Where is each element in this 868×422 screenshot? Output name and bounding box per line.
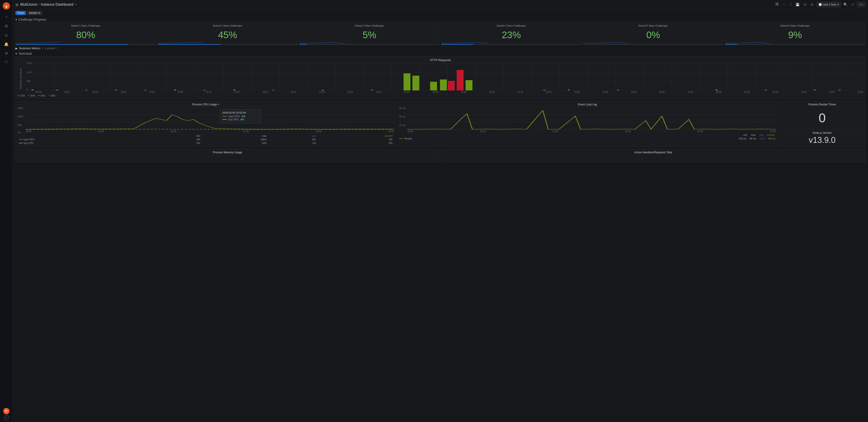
compass-icon[interactable]: ◎ [2,31,10,39]
loop-x-1010: 10:10 [480,130,486,133]
challenge-bar-fill [725,44,738,45]
search-button[interactable]: 🔍 [842,2,849,7]
avatar[interactable]: H [3,408,9,414]
star-button[interactable]: ☆ [781,2,787,7]
cpu-y-0: 0% [18,131,21,134]
svg-rect-42 [86,90,87,90]
grid-icon[interactable]: ⊞ [2,22,10,30]
challenge-progress-section-header[interactable]: ▾ Challenge Progress [16,17,865,22]
table-row: Sys CPU 0% 10% 1% 0% [18,141,394,145]
svg-rect-61 [716,89,718,90]
sys-cpu-max: 10% [202,141,268,145]
monitor-button[interactable]: 🖥 [809,2,815,7]
shield-icon[interactable]: 🛡 [2,58,10,66]
x-label-1048: 10:48 [744,91,750,93]
time-range-label: Last 1 hour [823,3,836,6]
user-cpu-legend-color [19,139,23,140]
loop-stat-avg: 5 ms [760,137,765,140]
gear-icon[interactable]: ⚙ [2,49,10,57]
user-cpu-avg: 8% [268,138,317,141]
x-label-1014: 10:14 [262,91,268,93]
technical-label: Technical [19,52,32,55]
x-label-1024: 10:24 [404,91,410,93]
challenge-bar-bg [158,44,298,45]
legend-3xx-label: 3XX [30,94,35,97]
event-loop-title: Event Loop Lag [399,103,776,106]
x-label-1042: 10:42 [659,91,665,93]
loop-x-1000: 10:00 [407,130,413,133]
tag-chevron-icon: ✕ [38,11,40,14]
challenge-bar-bg [583,44,723,45]
legend-4xx-color [38,95,40,96]
x-label-1044: 10:44 [687,91,693,93]
memory-panel: Process Memory Usage [16,149,440,162]
svg-rect-48 [430,82,437,90]
svg-rect-45 [174,89,176,90]
challenge-bar-bg [300,44,439,45]
share-button[interactable]: ⤴ [788,2,793,7]
svg-rect-54 [234,89,236,90]
app-logo[interactable]: 🔥 [2,2,10,10]
user-cpu-min: 0% [152,138,202,141]
y-label-1.5k: 1.5 K [27,62,32,64]
svg-rect-46 [404,73,410,90]
loop-stat-current: 488 μs [768,137,776,140]
refresh-interval-badge[interactable]: 10s [857,2,865,7]
refresh-button[interactable]: ↺ [850,2,856,7]
svg-rect-60 [617,90,619,90]
plus-icon[interactable]: ＋ [2,13,10,21]
team-tag-value[interactable]: heroku ✕ [27,11,42,15]
http-legend: 2XX 3XX 4XX 5XX [18,94,863,97]
http-requests-svg [27,63,863,90]
sys-cpu-label: Sys CPU [23,142,34,145]
sys-cpu-legend-cell: Sys CPU [18,141,152,145]
challenge-bar-bg [725,44,865,45]
bottom-panels: Process Memory Usage Active Handlers/Req… [16,149,865,162]
x-label-1028: 10:28 [461,91,466,93]
bell-icon[interactable]: 🔔 [2,40,10,48]
time-range-picker[interactable]: 🕐 Last 1 hour ▾ [816,2,841,7]
y-label-500: 500 [27,80,30,83]
settings-button[interactable]: ⚙ [802,2,808,7]
challenge-panel-2: Solved 2 Stars Challenges 45% [157,22,298,45]
biz-panel-count-value: 4 panels [45,47,55,50]
nodejs-value: v13.9.0 [781,135,863,145]
svg-rect-44 [145,90,146,90]
loop-stats-min-label: min [743,133,747,136]
cpu-dropdown-icon[interactable]: ▾ [218,103,219,106]
svg-rect-53 [204,90,206,90]
challenge-sparkline [158,39,203,44]
save-button[interactable]: 💾 [794,2,801,7]
technical-section-header[interactable]: ▾ Technical [16,51,865,56]
x-label-1038: 10:38 [602,91,608,93]
business-metrics-section-header[interactable]: ▶ Buisiness Metrics ( 4 panels ) [16,47,865,50]
event-loop-chart-area [407,107,776,130]
challenge-sparkline [725,39,770,44]
y-label-1.0k: 1.0 K [27,71,32,73]
divider [781,129,863,129]
topbar-actions: + ☆ ⤴ 💾 ⚙ 🖥 🕐 Last 1 hour ▾ 🔍 ↺ 10s [774,1,865,7]
dashboard: Team heroku ✕ ▾ Challenge Progress Solve… [13,9,868,422]
help-icon[interactable]: ? [4,415,9,420]
x-label-1006: 10:06 [149,91,155,93]
x-label-0958: 09:58 [36,91,41,93]
svg-rect-51 [457,70,464,90]
svg-text:🔥: 🔥 [4,4,9,8]
svg-rect-4 [776,4,777,5]
add-panel-button[interactable]: + [774,1,780,7]
svg-rect-63 [814,89,815,90]
loop-y-80: 80 ms [399,107,405,110]
sys-cpu-avg: 1% [268,141,317,145]
x-label-1036: 10:36 [574,91,580,93]
svg-rect-64 [839,90,841,90]
dropdown-arrow-icon[interactable]: ▾ [75,3,76,6]
loop-x-1020: 10:20 [553,130,558,133]
apps-icon: ▦ [16,3,19,6]
cpu-y-50: 50% [18,124,22,126]
cpu-x-labels: 10:00 10:10 10:20 10:30 10:40 10:50 [26,130,394,133]
challenge-bar-bg [441,44,581,45]
challenge-bar-fill [300,44,306,45]
svg-rect-62 [765,90,767,90]
legend-3xx-color [28,95,30,96]
x-label-1002: 10:02 [92,91,98,93]
